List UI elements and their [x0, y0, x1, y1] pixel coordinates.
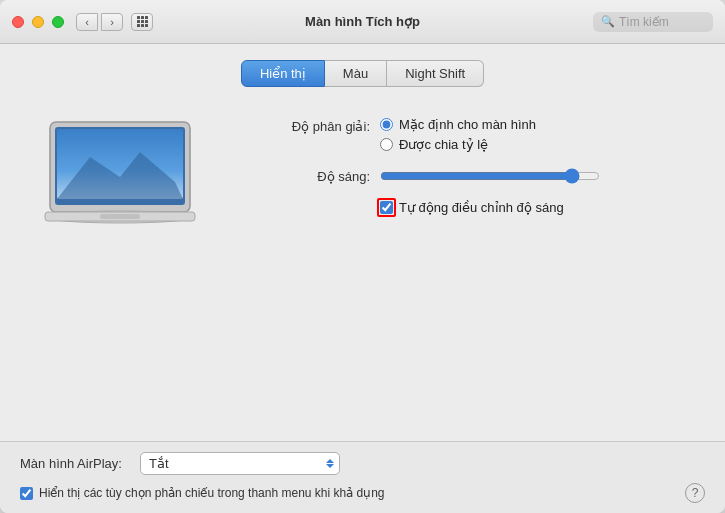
- resolution-label: Độ phân giải:: [250, 117, 370, 134]
- search-icon: 🔍: [601, 15, 615, 28]
- brightness-row: Độ sáng:: [250, 168, 705, 184]
- resolution-scaled-radio[interactable]: [380, 138, 393, 151]
- resolution-radio-group: Mặc định cho màn hình Được chia tỷ lệ: [380, 117, 536, 152]
- brightness-slider[interactable]: [380, 168, 600, 184]
- grid-button[interactable]: [131, 13, 153, 31]
- window: ‹ › Màn hình Tích hợp 🔍 Tìm kiếm Hiển th…: [0, 0, 725, 513]
- resolution-default-radio[interactable]: [380, 118, 393, 131]
- mirror-checkbox-container: Hiển thị các tùy chọn phản chiếu trong t…: [20, 486, 385, 500]
- auto-brightness-row: Tự động điều chỉnh độ sáng: [380, 200, 705, 215]
- auto-brightness-checkbox-container: [380, 201, 393, 214]
- mirror-checkbox-label: Hiển thị các tùy chọn phản chiếu trong t…: [39, 486, 385, 500]
- help-button[interactable]: ?: [685, 483, 705, 503]
- tabs-bar: Hiển thị Màu Night Shift: [20, 60, 705, 87]
- airplay-label: Màn hình AirPlay:: [20, 456, 130, 471]
- brightness-label: Độ sáng:: [250, 169, 370, 184]
- slider-container: [380, 168, 600, 184]
- tab-night-shift[interactable]: Night Shift: [387, 60, 484, 87]
- bottom-checkbox-row: Hiển thị các tùy chọn phản chiếu trong t…: [20, 483, 705, 503]
- forward-icon: ›: [110, 16, 114, 28]
- traffic-lights: [12, 16, 64, 28]
- titlebar: ‹ › Màn hình Tích hợp 🔍 Tìm kiếm: [0, 0, 725, 44]
- tab-mau[interactable]: Màu: [325, 60, 387, 87]
- forward-button[interactable]: ›: [101, 13, 123, 31]
- search-box[interactable]: 🔍 Tìm kiếm: [593, 12, 713, 32]
- window-title: Màn hình Tích hợp: [305, 14, 420, 29]
- resolution-row: Độ phân giải: Mặc định cho màn hình Được…: [250, 117, 705, 152]
- airplay-select[interactable]: Tắt: [140, 452, 340, 475]
- svg-rect-6: [100, 214, 140, 219]
- airplay-select-container: Tắt: [140, 452, 340, 475]
- laptop-svg: [30, 117, 210, 247]
- nav-buttons: ‹ ›: [76, 13, 123, 31]
- back-button[interactable]: ‹: [76, 13, 98, 31]
- maximize-button[interactable]: [52, 16, 64, 28]
- resolution-default-option[interactable]: Mặc định cho màn hình: [380, 117, 536, 132]
- laptop-illustration: [20, 107, 220, 441]
- back-icon: ‹: [85, 16, 89, 28]
- bottom-bar: Màn hình AirPlay: Tắt Hiển thị các tùy c…: [0, 441, 725, 513]
- close-button[interactable]: [12, 16, 24, 28]
- content-area: Hiển thị Màu Night Shift: [0, 44, 725, 441]
- resolution-controls: Mặc định cho màn hình Được chia tỷ lệ: [380, 117, 536, 152]
- search-placeholder: Tìm kiếm: [619, 15, 669, 29]
- tab-hien-thi[interactable]: Hiển thị: [241, 60, 325, 87]
- airplay-row: Màn hình AirPlay: Tắt: [20, 452, 705, 475]
- grid-icon: [137, 16, 148, 27]
- mirror-checkbox[interactable]: [20, 487, 33, 500]
- auto-brightness-checkbox[interactable]: [380, 201, 393, 214]
- main-panel: Độ phân giải: Mặc định cho màn hình Được…: [20, 107, 705, 441]
- resolution-default-label: Mặc định cho màn hình: [399, 117, 536, 132]
- resolution-scaled-option[interactable]: Được chia tỷ lệ: [380, 137, 536, 152]
- settings-panel: Độ phân giải: Mặc định cho màn hình Được…: [250, 107, 705, 441]
- minimize-button[interactable]: [32, 16, 44, 28]
- auto-brightness-label: Tự động điều chỉnh độ sáng: [399, 200, 564, 215]
- resolution-scaled-label: Được chia tỷ lệ: [399, 137, 488, 152]
